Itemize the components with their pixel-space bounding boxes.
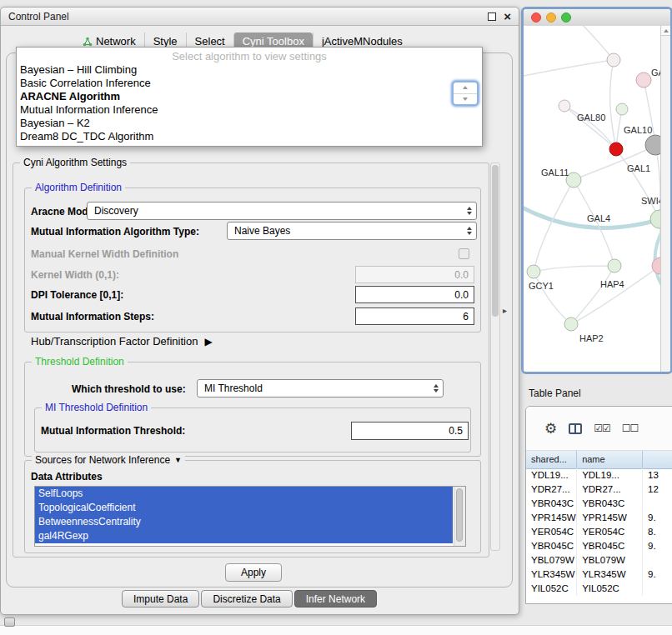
table-row[interactable]: YBR045CYBR045C9. <box>526 539 672 553</box>
table-cell: 12 <box>643 482 672 497</box>
mi-threshold-field[interactable]: 0.5 <box>351 422 469 440</box>
split-pane-arrow-icon[interactable]: ▸ <box>503 306 507 315</box>
network-edge <box>534 272 571 324</box>
table-row[interactable]: YBL079WYBL079W <box>526 553 672 568</box>
attribute-item[interactable]: BetweennessCentrality <box>35 515 453 529</box>
mi-steps-field[interactable]: 6 <box>355 308 474 325</box>
table-row[interactable]: YLR345WYLR345W9. <box>526 568 672 582</box>
spinner-down-icon[interactable] <box>454 94 477 105</box>
table-cell: YDR27... <box>577 482 643 497</box>
apply-button[interactable]: Apply <box>225 563 282 582</box>
attribute-item[interactable]: gal4RGexp <box>35 529 453 543</box>
table-cell: YBR045C <box>526 539 577 553</box>
bottom-tab-impute-data[interactable]: Impute Data <box>122 590 199 608</box>
kernel-width-field: 0.0 <box>355 266 474 283</box>
column-header-name[interactable]: name <box>577 451 643 468</box>
hub-definition-expander[interactable]: Hub/Transcription Factor Definition ▶ <box>31 335 213 348</box>
table-cell: YLR345W <box>577 568 643 582</box>
scroll-up-arrow-icon[interactable] <box>660 26 670 36</box>
network-edge <box>524 60 614 78</box>
float-window-icon[interactable] <box>488 12 496 21</box>
tab-label: jActiveMNodules <box>322 35 403 48</box>
attribute-list[interactable]: SelfLoopsTopologicalCoefficientBetweenne… <box>34 486 466 547</box>
table-row[interactable]: YER054CYER054C8. <box>526 525 672 539</box>
algorithm-option[interactable]: Bayesian – Hill Climbing <box>17 63 482 77</box>
network-node[interactable] <box>636 72 651 88</box>
scrollbar-thumb[interactable] <box>492 165 499 317</box>
spinner-up-icon[interactable] <box>454 82 477 94</box>
table-cell: YER054C <box>526 525 577 539</box>
attribute-item[interactable]: SelfLoops <box>35 487 453 501</box>
tab-label: Select <box>195 35 225 48</box>
network-node[interactable] <box>527 265 540 278</box>
table-row[interactable]: YDR27...YDR27...12 <box>526 482 672 497</box>
table-toolbar: ⚙ ☑☑ ☐☐ <box>526 407 672 451</box>
gear-icon[interactable]: ⚙ <box>544 422 557 436</box>
network-edge <box>571 266 660 324</box>
algorithm-option[interactable]: Mutual Information Inference <box>17 103 482 117</box>
mi-type-label: Mutual Information Algorithm Type: <box>31 226 199 238</box>
minimize-traffic-light[interactable] <box>546 12 556 22</box>
table-header-row: shared...name <box>526 451 672 469</box>
table-cell: 13 <box>643 468 672 482</box>
table-row[interactable]: YIL052CYIL052C <box>526 582 672 596</box>
network-node[interactable] <box>564 318 578 331</box>
aracne-mode-select[interactable]: Discovery <box>87 202 477 220</box>
close-icon[interactable]: × <box>504 12 511 21</box>
columns-icon[interactable] <box>569 423 582 434</box>
network-tab-icon <box>83 37 93 47</box>
column-header-shared-[interactable]: shared... <box>526 451 577 468</box>
attribute-item[interactable]: TopologicalCoefficient <box>35 501 453 515</box>
group-title: MI Threshold Definition <box>42 402 151 413</box>
attribute-rows: SelfLoopsTopologicalCoefficientBetweenne… <box>35 487 465 543</box>
bottom-tab-infer-network[interactable]: Infer Network <box>294 590 377 608</box>
table-cell <box>643 497 672 511</box>
network-node[interactable] <box>607 53 620 67</box>
network-canvas[interactable]: GAL8GAL80GAL10GAL11GAL1SWI4GAL4GCY1HAP4Y… <box>524 26 670 372</box>
attribute-list-scrollbar[interactable] <box>454 487 465 546</box>
which-threshold-select[interactable]: MI Threshold <box>197 379 444 398</box>
table-cell: 9. <box>643 511 672 525</box>
mi-steps-label: Mutual Information Steps: <box>31 311 154 322</box>
expanded-arrow-icon: ▼ <box>174 456 182 464</box>
algorithm-option[interactable]: Dream8 DC_TDC Algorithm <box>17 130 482 143</box>
network-node[interactable] <box>559 100 570 112</box>
dpi-tolerance-field[interactable]: 0.0 <box>355 286 474 303</box>
table-cell: YBR045C <box>577 539 643 553</box>
control-panel-titlebar[interactable]: Control Panel × <box>1 8 519 26</box>
close-traffic-light[interactable] <box>531 12 541 22</box>
node-label: GAL80 <box>577 112 605 122</box>
network-node[interactable] <box>609 142 623 156</box>
network-view-window: GAL8GAL80GAL10GAL11GAL1SWI4GAL4GCY1HAP4Y… <box>521 7 672 374</box>
network-node[interactable] <box>608 259 621 272</box>
algorithm-popup: Select algorithm to view settings Bayesi… <box>16 47 483 147</box>
deselect-all-checkboxes-icon[interactable]: ☐☐ <box>622 422 639 434</box>
table-row[interactable]: YDL19...YDL19...13 <box>526 468 672 482</box>
mini-panel-icon[interactable] <box>4 618 15 627</box>
algorithm-option[interactable]: ARACNE Algorithm <box>17 90 482 103</box>
sources-expander[interactable]: Sources for Network Inference ▼ <box>32 454 185 466</box>
algorithm-option[interactable]: Bayesian – K2 <box>17 117 482 130</box>
hub-definition-label: Hub/Transcription Factor Definition <box>31 335 198 348</box>
network-window-titlebar[interactable] <box>524 9 670 27</box>
column-header-2[interactable] <box>643 451 672 468</box>
select-all-checkboxes-icon[interactable]: ☑☑ <box>594 422 610 434</box>
algorithm-option[interactable]: Basic Correlation Inference <box>17 77 482 90</box>
bottom-tab-discretize-data[interactable]: Discretize Data <box>201 590 292 608</box>
scrollbar-thumb[interactable] <box>456 488 463 542</box>
tab-label: Style <box>153 35 178 48</box>
zoom-traffic-light[interactable] <box>561 12 571 22</box>
tab-label: Network <box>96 35 136 48</box>
control-panel-window: Control Panel × NetworkStyleSelectCyni T… <box>0 7 519 615</box>
mi-type-select[interactable]: Naive Bayes <box>227 222 477 240</box>
network-vertical-scrollbar[interactable] <box>660 26 670 372</box>
focused-spinner-button[interactable] <box>452 81 479 106</box>
selected-value: MI Threshold <box>204 382 263 394</box>
table-row[interactable]: YBR043CYBR043C <box>526 497 672 511</box>
network-node[interactable] <box>616 103 628 115</box>
table-cell: 8. <box>643 525 672 539</box>
node-label: HAP4 <box>600 279 624 289</box>
node-label: GAL1 <box>627 163 650 173</box>
settings-scrollbar[interactable] <box>490 162 500 551</box>
table-row[interactable]: YPR145WYPR145W9. <box>526 511 672 525</box>
